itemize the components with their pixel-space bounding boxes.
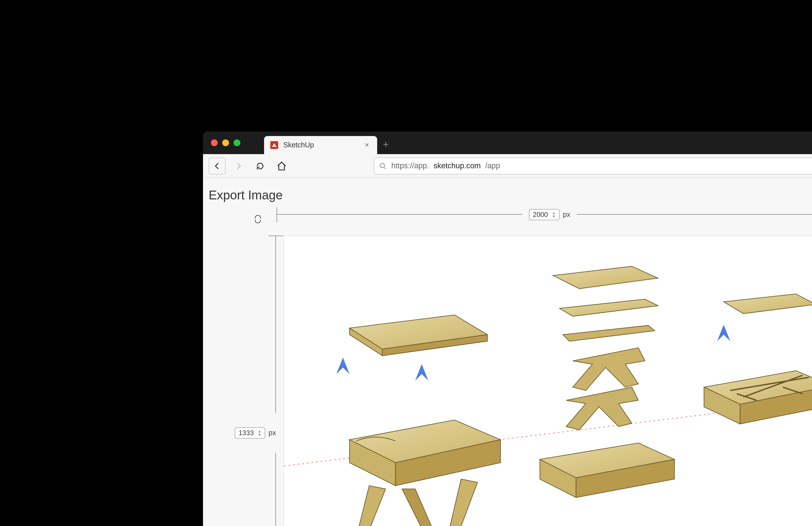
browser-window: SketchUp × + ht bbox=[203, 131, 812, 526]
width-value: 2000 bbox=[533, 211, 548, 218]
tab-title: SketchUp bbox=[283, 141, 314, 149]
export-pane: Export Image 2000 ▲▼ bbox=[203, 178, 812, 526]
height-unit: px bbox=[269, 429, 276, 437]
close-tab-icon[interactable]: × bbox=[362, 141, 372, 149]
preview-illustration bbox=[284, 236, 812, 526]
browser-tab[interactable]: SketchUp × bbox=[264, 136, 377, 154]
preview-area: 2000 ▲▼ px 1333 ▲▼ bbox=[220, 207, 812, 526]
preview-canvas: Maker Bench (Fig. 1): Deconstructed tabl… bbox=[283, 236, 812, 526]
close-window-button[interactable] bbox=[211, 139, 218, 146]
search-icon bbox=[379, 162, 387, 170]
maximize-window-button[interactable] bbox=[233, 139, 240, 146]
width-dimension: 2000 ▲▼ px bbox=[276, 207, 812, 222]
height-stepper[interactable]: 1333 ▲▼ bbox=[235, 427, 265, 439]
width-unit: px bbox=[563, 211, 570, 218]
browser-toolbar: https://app.sketchup.com/app bbox=[203, 154, 812, 178]
page-title: Export Image bbox=[209, 188, 812, 203]
window-controls bbox=[211, 139, 240, 146]
app-content: Export Image 2000 ▲▼ bbox=[203, 178, 812, 526]
height-value: 1333 bbox=[238, 429, 253, 437]
sketchup-app-icon bbox=[270, 141, 279, 150]
tab-strip: SketchUp × + bbox=[203, 131, 812, 154]
new-tab-button[interactable]: + bbox=[383, 139, 389, 151]
address-bar[interactable]: https://app.sketchup.com/app bbox=[374, 157, 812, 174]
height-dimension: 1333 ▲▼ px bbox=[269, 236, 283, 526]
url-suffix: /app bbox=[485, 161, 500, 170]
svg-point-1 bbox=[380, 163, 385, 167]
width-stepper[interactable]: 2000 ▲▼ bbox=[529, 209, 560, 220]
aspect-lock-icon[interactable] bbox=[253, 215, 263, 228]
reload-button[interactable] bbox=[252, 157, 269, 174]
back-button[interactable] bbox=[209, 157, 226, 174]
forward-button[interactable] bbox=[230, 157, 247, 174]
home-button[interactable] bbox=[273, 157, 290, 174]
minimize-window-button[interactable] bbox=[222, 139, 229, 146]
url-domain: sketchup.com bbox=[434, 161, 481, 170]
url-prefix: https://app. bbox=[391, 161, 429, 170]
